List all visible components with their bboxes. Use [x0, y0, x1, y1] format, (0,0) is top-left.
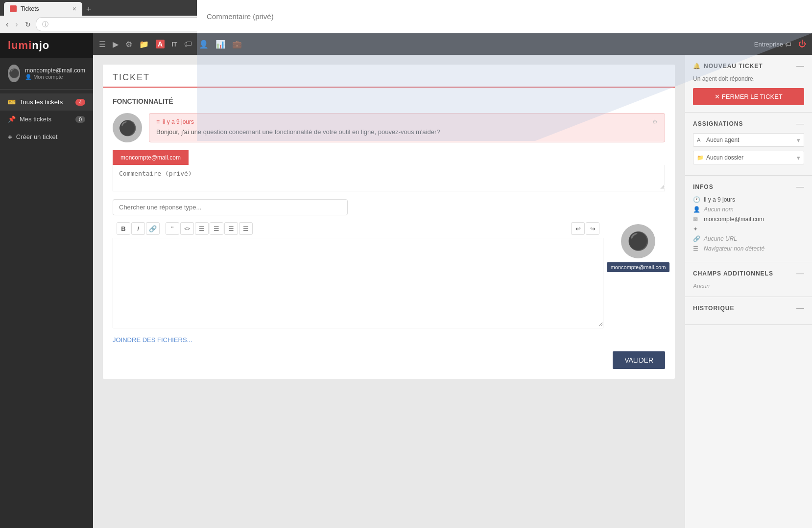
- agent-icon: A: [697, 137, 700, 143]
- it-icon[interactable]: IT: [171, 41, 177, 48]
- new-tab-btn[interactable]: +: [82, 4, 96, 15]
- back-btn[interactable]: ‹: [4, 19, 10, 30]
- undo-btn[interactable]: ↩: [571, 222, 585, 235]
- editor-main: [113, 238, 603, 328]
- info-email: moncompte@mail.com: [704, 216, 764, 223]
- browser-icon: ☰: [693, 245, 700, 252]
- editor-toolbar: B I 🔗 " <> ☰ ☰ ☰ ☰: [113, 219, 603, 238]
- info-link-row: ✦: [693, 226, 804, 232]
- forward-btn[interactable]: ›: [13, 19, 20, 30]
- user-area[interactable]: ⚫ moncompte@mail.com 👤 Mon compte: [0, 58, 93, 90]
- company-section[interactable]: Entreprise 🏷: [754, 41, 791, 48]
- url-icon: 🔗: [693, 235, 700, 242]
- historique-title: HISTORIQUE: [693, 305, 734, 312]
- sidebar-item-tous-les-tickets[interactable]: 🎫 Tous les tickets 4: [0, 93, 93, 111]
- champs-section: CHAMPS ADDITIONNELS — Aucun: [685, 262, 812, 297]
- reload-btn[interactable]: ↻: [23, 20, 33, 29]
- browser-tab[interactable]: Tickets ×: [4, 2, 82, 16]
- sidebar-label-creer: Créer un ticket: [16, 133, 58, 140]
- ticket-header: TICKET: [103, 65, 675, 88]
- briefcase-icon[interactable]: 💼: [232, 40, 242, 49]
- nouveau-ticket-section: 🔔 NOUVEAU TICKET — Un agent doit répondr…: [685, 55, 812, 113]
- list-ol-btn[interactable]: ☰: [210, 222, 223, 235]
- tous-badge: 4: [75, 99, 85, 106]
- tab-close-icon[interactable]: ×: [72, 5, 76, 13]
- a-icon[interactable]: A: [156, 40, 165, 48]
- overlay-comment-input[interactable]: [197, 0, 812, 33]
- message-gear-icon[interactable]: ⚙: [652, 118, 658, 125]
- historique-section: HISTORIQUE —: [685, 297, 812, 325]
- redo-btn[interactable]: ↪: [586, 222, 599, 235]
- info-browser-row: ☰ Navigateur non détecté: [693, 245, 804, 252]
- person-icon: 👤: [693, 206, 700, 213]
- editor-textarea[interactable]: [113, 238, 603, 326]
- dossier-icon: 📁: [697, 155, 704, 161]
- quote-btn[interactable]: ": [166, 222, 179, 235]
- editor-user-panel: ⚫ moncompte@mail.com: [611, 219, 665, 328]
- bell-icon: 🔔: [693, 63, 701, 69]
- forward-icon[interactable]: ▶: [113, 40, 119, 49]
- plus-icon: +: [8, 133, 12, 141]
- tab-favicon: [10, 5, 17, 12]
- search-template-input[interactable]: [113, 199, 348, 215]
- bold-btn[interactable]: B: [117, 222, 130, 235]
- indent-left-btn[interactable]: ☰: [224, 222, 238, 235]
- champs-collapse-icon[interactable]: —: [796, 269, 804, 278]
- message-avatar: ⚫: [113, 113, 142, 142]
- sidebar-label-mes: Mes tickets: [20, 115, 51, 123]
- editor-wrapper: B I 🔗 " <> ☰ ☰ ☰ ☰: [113, 219, 665, 328]
- sidebar-item-mes-tickets[interactable]: 📌 Mes tickets 0: [0, 111, 93, 128]
- chart-icon[interactable]: 📊: [215, 40, 225, 49]
- attach-files-link[interactable]: JOINDRE DES FICHIERS...: [113, 332, 192, 347]
- tag-icon[interactable]: 🏷: [184, 40, 192, 48]
- message-time: il y a 9 jours: [163, 118, 194, 125]
- agent-select[interactable]: Aucun agent: [693, 133, 804, 147]
- valider-button[interactable]: VALIDER: [613, 351, 665, 369]
- info-email-row: ✉ moncompte@mail.com: [693, 216, 804, 223]
- logo-area: luminjo: [0, 33, 93, 58]
- assignations-collapse-icon[interactable]: —: [796, 119, 804, 128]
- message-row: ⚫ ≡ il y a 9 jours ⚙ Bonjour, j'ai une q…: [113, 113, 665, 142]
- nouveau-ticket-title: 🔔 NOUVEAU TICKET: [693, 63, 763, 69]
- indent-right-btn[interactable]: ☰: [239, 222, 253, 235]
- user-email: moncompte@mail.com: [25, 67, 85, 74]
- mes-badge: 0: [75, 116, 85, 123]
- assignations-section: ASSIGNATIONS — A Aucun agent 📁: [685, 113, 812, 176]
- list-ul-btn[interactable]: ☰: [195, 222, 209, 235]
- right-panel: 🔔 NOUVEAU TICKET — Un agent doit répondr…: [685, 55, 812, 528]
- info-time: il y a 9 jours: [704, 196, 735, 203]
- infos-title: INFOS: [693, 184, 714, 190]
- menu-icon[interactable]: ☰: [99, 40, 106, 49]
- historique-collapse-icon[interactable]: —: [796, 304, 804, 313]
- power-icon[interactable]: ⏻: [798, 40, 806, 48]
- section-title: FONCTIONNALITÉ: [113, 97, 665, 105]
- info-browser: Navigateur non détecté: [704, 245, 764, 252]
- sidebar-label-tous: Tous les tickets: [20, 98, 63, 106]
- search-template: [113, 199, 665, 215]
- info-name-row: 👤 Aucun nom: [693, 206, 804, 213]
- info-time-row: 🕐 il y a 9 jours: [693, 196, 804, 203]
- settings-icon[interactable]: ⚙: [125, 40, 132, 49]
- user-icon[interactable]: 👤: [199, 40, 209, 49]
- italic-btn[interactable]: I: [131, 222, 145, 235]
- folder-icon[interactable]: 📁: [139, 40, 149, 49]
- nouveau-collapse-icon[interactable]: —: [796, 62, 804, 70]
- message-list-icon: ≡: [156, 118, 160, 125]
- topnav: ☰ ▶ ⚙ 📁 A IT 🏷 👤 📊 💼 Entreprise 🏷 ⏻: [93, 33, 812, 55]
- infos-collapse-icon[interactable]: —: [796, 183, 804, 191]
- info-url-row: 🔗 Aucune URL: [693, 235, 804, 242]
- editor-user-tag: moncompte@mail.com: [607, 262, 670, 272]
- link-btn[interactable]: 🔗: [146, 222, 160, 235]
- assignations-title: ASSIGNATIONS: [693, 120, 743, 127]
- company-tag-icon: 🏷: [785, 41, 791, 48]
- close-ticket-btn[interactable]: ✕ FERMER LE TICKET: [693, 88, 804, 105]
- reply-tab-email[interactable]: moncompte@mail.com: [113, 150, 189, 165]
- champs-value: Aucun: [693, 283, 804, 290]
- info-url: Aucune URL: [704, 235, 737, 242]
- page-title: TICKET: [113, 72, 665, 83]
- dossier-select[interactable]: Aucun dossier: [693, 151, 804, 164]
- comment-textarea[interactable]: [113, 165, 665, 189]
- code-btn[interactable]: <>: [180, 222, 194, 235]
- user-info: moncompte@mail.com 👤 Mon compte: [25, 67, 85, 80]
- sidebar-item-creer-ticket[interactable]: + Créer un ticket: [0, 128, 93, 146]
